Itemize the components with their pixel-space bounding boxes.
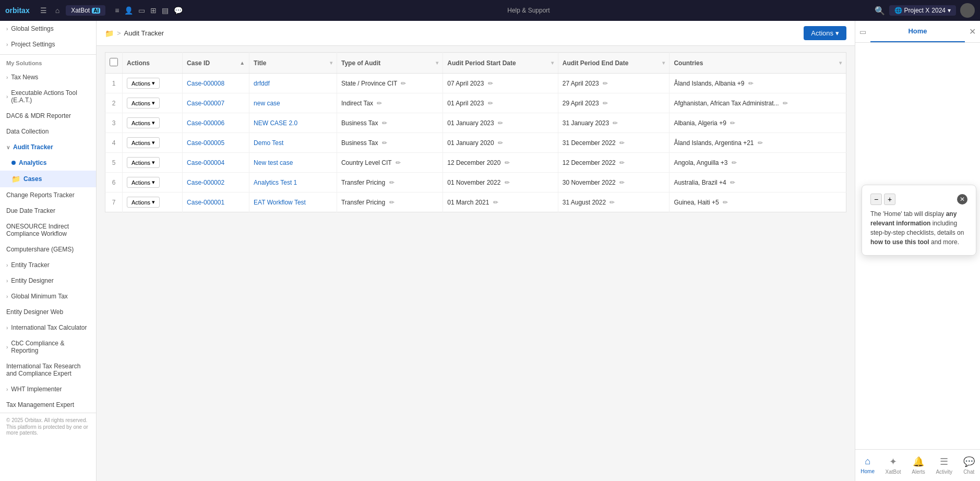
edit-countries-icon[interactable]: ✏: [758, 139, 763, 147]
filter-icon[interactable]: ▾: [330, 60, 332, 66]
xatbot-button[interactable]: XatBot AI: [66, 5, 105, 16]
sidebar-item-entity-designer[interactable]: › Entity Designer: [0, 273, 96, 288]
edit-start-icon[interactable]: ✏: [505, 159, 510, 166]
case-id-link[interactable]: Case-000006: [187, 119, 224, 127]
home-nav-icon[interactable]: ⌂: [53, 4, 62, 17]
row-actions-button[interactable]: Actions ▾: [127, 98, 160, 109]
edit-countries-icon[interactable]: ✏: [748, 80, 754, 87]
edit-end-icon[interactable]: ✏: [609, 199, 615, 206]
edit-end-icon[interactable]: ✏: [603, 80, 608, 87]
edit-start-icon[interactable]: ✏: [488, 100, 493, 107]
edit-start-icon[interactable]: ✏: [505, 179, 510, 186]
project-selector[interactable]: 🌐 Project X 2024 ▾: [889, 5, 956, 16]
edit-countries-icon[interactable]: ✏: [732, 159, 737, 166]
title-link[interactable]: drfddf: [254, 80, 270, 87]
sidebar-item-audit-tracker[interactable]: ∨ Audit Tracker: [0, 139, 96, 155]
bottom-nav-alerts[interactable]: 🔔 Alerts: [907, 454, 929, 477]
sidebar-item-analytics[interactable]: Analytics: [0, 155, 96, 171]
case-id-link[interactable]: Case-000007: [187, 100, 224, 107]
sidebar-item-entity-tracker[interactable]: › Entity Tracker: [0, 257, 96, 273]
bottom-nav-activity[interactable]: ☰ Activity: [931, 454, 957, 477]
edit-end-icon[interactable]: ✏: [619, 159, 625, 166]
zoom-out-button[interactable]: −: [870, 194, 882, 205]
chat-icon[interactable]: 💬: [174, 6, 183, 15]
grid-icon[interactable]: ▭: [138, 6, 145, 15]
edit-start-icon[interactable]: ✏: [493, 199, 498, 206]
sidebar-item-entity-designer-web[interactable]: Entity Designer Web: [0, 304, 96, 320]
sidebar-item-cbc[interactable]: › CbC Compliance & Reporting: [0, 335, 96, 358]
layout-icon[interactable]: ▭: [855, 23, 870, 40]
edit-end-icon[interactable]: ✏: [613, 119, 618, 127]
edit-end-icon[interactable]: ✏: [603, 100, 608, 107]
close-icon[interactable]: ✕: [965, 22, 980, 41]
sidebar-item-eat[interactable]: › Executable Actions Tool (E.A.T.): [0, 85, 96, 108]
edit-countries-icon[interactable]: ✏: [783, 100, 788, 107]
edit-countries-icon[interactable]: ✏: [730, 179, 735, 186]
title-link[interactable]: EAT Workflow Test: [254, 199, 306, 206]
sidebar-item-tax-news[interactable]: › Tax News: [0, 69, 96, 85]
row-actions-button[interactable]: Actions ▾: [127, 117, 160, 128]
edit-countries-icon[interactable]: ✏: [730, 119, 735, 127]
row-actions-button[interactable]: Actions ▾: [127, 157, 160, 168]
sidebar-item-project-settings[interactable]: › Project Settings: [0, 37, 96, 52]
case-id-link[interactable]: Case-000005: [187, 139, 224, 147]
edit-type-icon[interactable]: ✏: [401, 80, 406, 87]
tooltip-close-button[interactable]: ✕: [957, 194, 967, 205]
row-actions-button[interactable]: Actions ▾: [127, 137, 160, 148]
title-link[interactable]: Analytics Test 1: [254, 179, 297, 186]
sidebar-item-wht[interactable]: › WHT Implementer: [0, 381, 96, 397]
table-icon[interactable]: ▤: [162, 6, 169, 15]
actions-button[interactable]: Actions ▾: [804, 26, 846, 40]
select-all-checkbox[interactable]: [110, 58, 118, 66]
edit-type-icon[interactable]: ✏: [389, 179, 395, 186]
filter-icon[interactable]: ▾: [551, 60, 554, 66]
case-id-link[interactable]: Case-000004: [187, 159, 224, 166]
sidebar-item-data-collection[interactable]: Data Collection: [0, 124, 96, 139]
sidebar-item-intl-tax-calc[interactable]: › International Tax Calculator: [0, 320, 96, 335]
people-icon[interactable]: 👤: [124, 6, 133, 15]
case-id-link[interactable]: Case-000001: [187, 199, 224, 206]
sidebar-item-change-reports[interactable]: Change Reports Tracker: [0, 187, 96, 203]
title-link[interactable]: Demo Test: [254, 139, 283, 147]
edit-type-icon[interactable]: ✏: [396, 159, 401, 166]
row-actions-button[interactable]: Actions ▾: [127, 197, 160, 208]
home-tab[interactable]: Home: [870, 21, 965, 42]
edit-start-icon[interactable]: ✏: [498, 119, 503, 127]
help-link[interactable]: Help & Support: [507, 7, 549, 14]
zoom-in-button[interactable]: +: [884, 194, 895, 205]
edit-start-icon[interactable]: ✏: [498, 139, 503, 147]
filter-icon[interactable]: ▾: [436, 60, 438, 66]
menu-icon[interactable]: ☰: [38, 4, 49, 17]
row-actions-button[interactable]: Actions ▾: [127, 177, 160, 188]
edit-countries-icon[interactable]: ✏: [723, 199, 728, 206]
sidebar-item-global-settings[interactable]: › Global Settings: [0, 21, 96, 37]
search-icon[interactable]: 🔍: [875, 6, 885, 16]
bottom-nav-home[interactable]: ⌂ Home: [856, 454, 879, 477]
sidebar-item-due-date[interactable]: Due Date Tracker: [0, 203, 96, 219]
case-id-link[interactable]: Case-000008: [187, 80, 224, 87]
user-avatar[interactable]: [960, 3, 975, 18]
sidebar-item-gems[interactable]: Computershare (GEMS): [0, 242, 96, 257]
sidebar-item-cases[interactable]: 📁 Cases: [0, 171, 96, 187]
sort-icon[interactable]: ▲: [240, 60, 245, 66]
edit-end-icon[interactable]: ✏: [619, 139, 625, 147]
list-icon[interactable]: ≡: [115, 6, 119, 15]
filter-icon[interactable]: ▾: [662, 60, 665, 66]
row-actions-button[interactable]: Actions ▾: [127, 78, 160, 89]
sidebar-item-global-min-tax[interactable]: › Global Minimum Tax: [0, 288, 96, 304]
edit-type-icon[interactable]: ✏: [377, 100, 382, 107]
edit-start-icon[interactable]: ✏: [488, 80, 493, 87]
edit-type-icon[interactable]: ✏: [382, 139, 387, 147]
edit-end-icon[interactable]: ✏: [619, 179, 625, 186]
edit-type-icon[interactable]: ✏: [382, 119, 387, 127]
sidebar-item-intl-research[interactable]: International Tax Research and Complianc…: [0, 358, 96, 381]
bottom-nav-chat[interactable]: 💬 Chat: [959, 454, 979, 477]
case-id-link[interactable]: Case-000002: [187, 179, 224, 186]
sidebar-item-dac6[interactable]: DAC6 & MDR Reporter: [0, 108, 96, 124]
apps-icon[interactable]: ⊞: [150, 6, 157, 15]
filter-icon[interactable]: ▾: [839, 60, 842, 66]
edit-type-icon[interactable]: ✏: [389, 199, 395, 206]
title-link[interactable]: new case: [254, 100, 280, 107]
sidebar-item-onesource[interactable]: ONESOURCE Indirect Compliance Workflow: [0, 219, 96, 242]
bottom-nav-xatbot[interactable]: ✦ XatBot: [881, 454, 905, 477]
